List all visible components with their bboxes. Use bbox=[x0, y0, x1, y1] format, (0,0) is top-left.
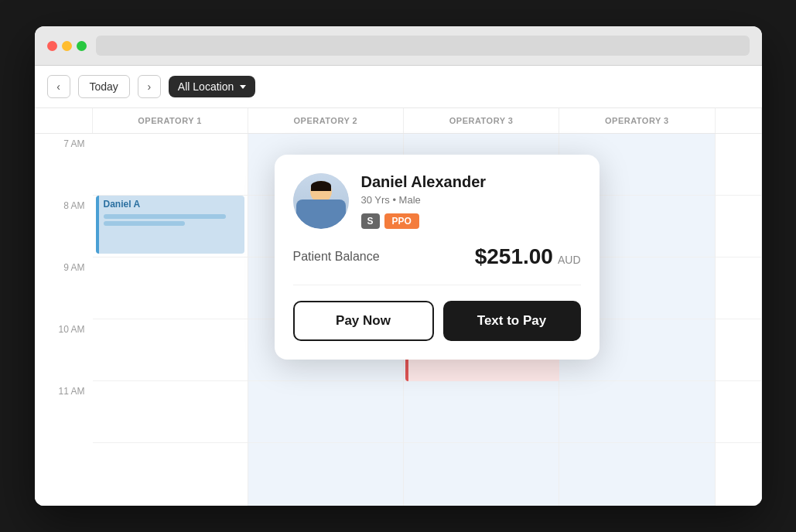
text-to-pay-button[interactable]: Text to Pay bbox=[443, 301, 581, 341]
patient-avatar bbox=[293, 173, 349, 229]
badge-ppo: PPO bbox=[384, 213, 419, 229]
badge-s: S bbox=[361, 213, 380, 229]
minimize-button[interactable] bbox=[62, 41, 72, 51]
location-dropdown[interactable]: All Location bbox=[169, 76, 255, 97]
patient-info: Daniel Alexander 30 Yrs • Male S PPO bbox=[361, 173, 581, 229]
balance-value: $251.00 bbox=[475, 244, 553, 269]
calendar-area: OPERATORY 1 OPERATORY 2 OPERATORY 3 OPER… bbox=[35, 108, 762, 506]
toolbar: ‹ Today › All Location bbox=[35, 66, 762, 108]
maximize-button[interactable] bbox=[77, 41, 87, 51]
chevron-down-icon bbox=[240, 85, 246, 89]
balance-amount: $251.00 AUD bbox=[475, 244, 581, 269]
popup-actions: Pay Now Text to Pay bbox=[293, 301, 581, 341]
popup-header: Daniel Alexander 30 Yrs • Male S PPO bbox=[293, 173, 581, 229]
today-button[interactable]: Today bbox=[78, 75, 130, 98]
balance-label: Patient Balance bbox=[293, 250, 380, 264]
app-content: ‹ Today › All Location OPERATORY 1 OPERA… bbox=[35, 66, 762, 506]
patient-name: Daniel Alexander bbox=[361, 173, 581, 191]
traffic-lights bbox=[47, 41, 87, 51]
location-label: All Location bbox=[178, 80, 234, 93]
patient-meta: 30 Yrs • Male bbox=[361, 194, 581, 206]
patient-badges: S PPO bbox=[361, 213, 581, 229]
prev-button[interactable]: ‹ bbox=[47, 75, 70, 98]
patient-popup: Daniel Alexander 30 Yrs • Male S PPO Pat… bbox=[275, 155, 600, 360]
next-button[interactable]: › bbox=[138, 75, 161, 98]
pay-now-button[interactable]: Pay Now bbox=[293, 301, 434, 341]
close-button[interactable] bbox=[47, 41, 57, 51]
browser-window: ‹ Today › All Location OPERATORY 1 OPERA… bbox=[35, 26, 762, 506]
address-bar[interactable] bbox=[96, 36, 750, 56]
popup-overlay: Daniel Alexander 30 Yrs • Male S PPO Pat… bbox=[35, 108, 762, 506]
balance-currency: AUD bbox=[558, 254, 581, 266]
balance-row: Patient Balance $251.00 AUD bbox=[293, 244, 581, 285]
browser-chrome bbox=[35, 26, 762, 66]
